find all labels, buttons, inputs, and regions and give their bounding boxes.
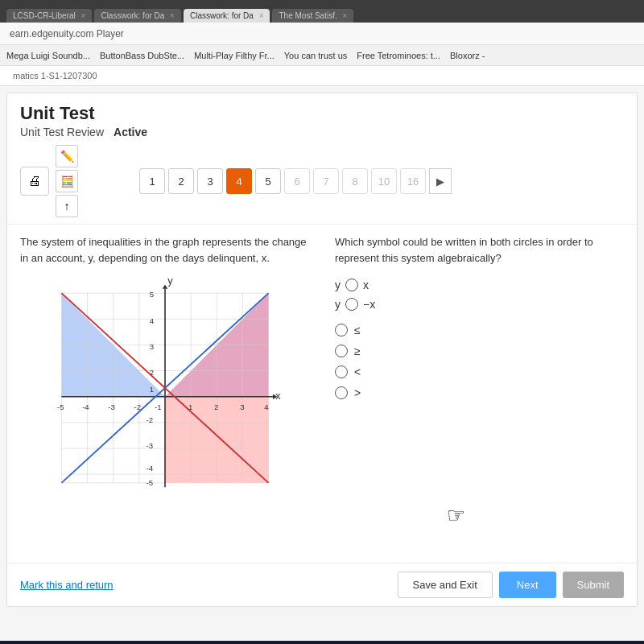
- right-question-text: Which symbol could be written in both ci…: [335, 234, 624, 266]
- calculator-icon[interactable]: 🧮: [56, 170, 78, 192]
- svg-text:2: 2: [214, 402, 218, 411]
- option-geq-label: ≥: [354, 345, 361, 357]
- option-lt-label: <: [354, 365, 361, 378]
- radio-leq[interactable]: [335, 324, 348, 336]
- radio-lt[interactable]: [335, 365, 348, 378]
- svg-text:-1: -1: [155, 402, 162, 411]
- tab-classwork1[interactable]: Classwork: for Da ×: [94, 9, 181, 23]
- option-leq-label: ≤: [354, 324, 361, 336]
- next-button[interactable]: Next: [499, 572, 556, 598]
- svg-text:-5: -5: [57, 402, 64, 411]
- option-gt[interactable]: >: [335, 386, 624, 399]
- bookmark-3[interactable]: Multi-Play Filthy Fr...: [194, 51, 275, 60]
- q-num-8[interactable]: 8: [342, 168, 368, 194]
- tab-most-satisf[interactable]: The Most Satisf. ×: [272, 9, 353, 23]
- option-gt-label: >: [354, 386, 361, 399]
- tab-lcsd[interactable]: LCSD-CR-Liberal ×: [6, 9, 92, 23]
- bookmark-5[interactable]: Free Tetrominoes: t...: [357, 51, 440, 60]
- arrow-up-icon[interactable]: ↑: [56, 195, 78, 217]
- graph-area: x y -5 -4 -3 -2 -1 1 2 3 4 5: [44, 275, 286, 501]
- bookmark-4[interactable]: You can trust us: [284, 51, 347, 60]
- breadcrumb: matics 1-S1-1207300: [13, 71, 97, 80]
- pencil-icon[interactable]: ✏️: [56, 145, 78, 167]
- option-lt[interactable]: <: [335, 365, 624, 378]
- unit-subtitle: Unit Test Review: [20, 126, 104, 138]
- answer-options: ≤ ≥ < >: [335, 324, 624, 399]
- svg-text:3: 3: [149, 342, 153, 351]
- question-left-text: The system of inequalities in the graph …: [20, 234, 309, 266]
- radio-geq[interactable]: [335, 345, 348, 357]
- page-title: Unit Test: [20, 103, 624, 124]
- svg-text:-3: -3: [108, 402, 115, 411]
- option-geq[interactable]: ≥: [335, 345, 624, 357]
- svg-text:-2: -2: [146, 415, 153, 424]
- svg-text:-3: -3: [146, 441, 153, 450]
- q-num-1[interactable]: 1: [139, 168, 165, 194]
- q-num-4[interactable]: 4: [226, 168, 252, 194]
- svg-text:4: 4: [264, 402, 269, 411]
- q-num-3[interactable]: 3: [197, 168, 223, 194]
- radio-gt[interactable]: [335, 386, 348, 399]
- svg-text:x: x: [275, 390, 281, 402]
- svg-text:y: y: [167, 275, 173, 287]
- q-num-2[interactable]: 2: [168, 168, 194, 194]
- q-num-6[interactable]: 6: [284, 168, 310, 194]
- q-num-7[interactable]: 7: [313, 168, 339, 194]
- svg-text:-5: -5: [146, 478, 153, 487]
- q-num-10[interactable]: 10: [371, 168, 397, 194]
- mark-return-link[interactable]: Mark this and return: [20, 579, 114, 591]
- address-bar: earn.edgenuity.com Player: [10, 28, 124, 39]
- svg-text:1: 1: [188, 402, 192, 411]
- svg-text:-4: -4: [82, 402, 89, 411]
- tab-classwork2[interactable]: Classwork: for Da ×: [184, 9, 270, 23]
- q-num-5[interactable]: 5: [255, 168, 281, 194]
- print-button[interactable]: 🖨: [20, 167, 49, 196]
- svg-text:1: 1: [149, 385, 153, 394]
- svg-text:5: 5: [149, 291, 153, 299]
- q-nav-next-arrow[interactable]: ▶: [429, 168, 452, 194]
- formula-1: y x: [335, 279, 624, 291]
- svg-text:2: 2: [149, 368, 153, 377]
- svg-text:3: 3: [240, 402, 244, 411]
- q-num-16[interactable]: 16: [400, 168, 426, 194]
- svg-text:4: 4: [149, 316, 154, 325]
- submit-button[interactable]: Submit: [563, 572, 624, 598]
- svg-text:-4: -4: [146, 464, 153, 473]
- bookmark-1[interactable]: Mega Luigi Soundb...: [6, 51, 90, 60]
- svg-text:-2: -2: [134, 402, 141, 411]
- bookmark-6[interactable]: Bloxorz -: [450, 51, 485, 60]
- option-leq[interactable]: ≤: [335, 324, 624, 336]
- save-exit-button[interactable]: Save and Exit: [398, 572, 493, 598]
- bookmark-2[interactable]: ButtonBass DubSte...: [100, 51, 184, 60]
- formula-2: y −x: [335, 298, 624, 311]
- active-badge: Active: [114, 126, 147, 138]
